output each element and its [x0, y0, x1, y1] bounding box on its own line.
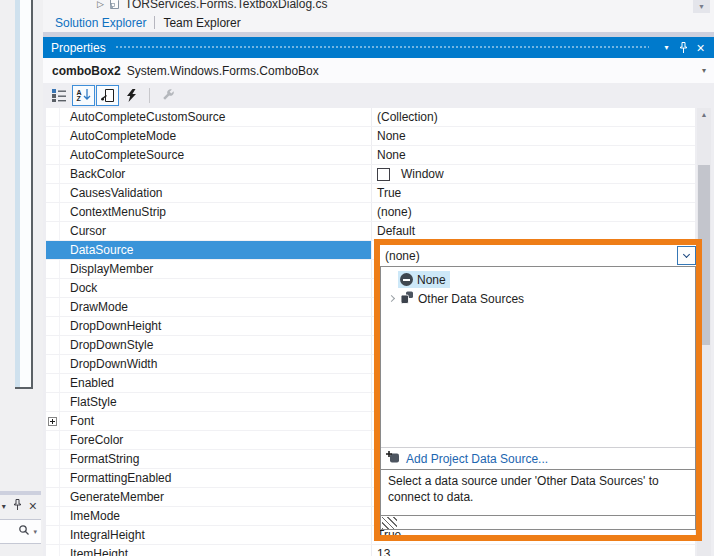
alphabetical-button[interactable]: AZ — [72, 85, 95, 106]
properties-title: Properties — [51, 41, 106, 55]
property-name: Enabled — [60, 374, 371, 392]
tree-item-other-data-sources[interactable]: Other Data Sources — [381, 289, 695, 308]
object-selector[interactable]: comboBox2 System.Windows.Forms.ComboBox … — [43, 58, 714, 83]
properties-titlebar: Properties ▾ × — [43, 37, 714, 58]
property-row[interactable]: ItemHeight 13 — [46, 545, 695, 556]
search-options-icon[interactable]: ▾ — [33, 528, 37, 536]
categorized-button[interactable] — [48, 85, 71, 106]
datasource-tree: None Other Data Sources — [381, 267, 695, 447]
property-name: GenerateMember — [60, 488, 371, 506]
property-name: AutoCompleteSource — [60, 146, 371, 164]
sort-az-icon: AZ — [76, 89, 90, 102]
solution-explorer-fragment: ▷ TORServices.Forms.TextboxDialog.cs ▼ S… — [43, 0, 714, 37]
properties-toolbar: AZ — [43, 83, 714, 108]
search-icon — [18, 524, 30, 539]
property-name: DrawMode — [60, 298, 371, 316]
property-row[interactable]: CausesValidation True — [46, 184, 695, 203]
property-value: (Collection) — [377, 108, 438, 126]
tree-item-label: Other Data Sources — [418, 292, 524, 306]
vs-screen: ▾ × ▾ ▷ TORServices.Forms.TextboxDialog.… — [0, 0, 714, 556]
datasource-dropdown-popup: None Other Data Sources Add Project Data… — [380, 266, 696, 530]
wrench-icon — [161, 89, 175, 102]
resize-grip[interactable] — [382, 517, 397, 529]
pin-icon[interactable] — [675, 39, 692, 56]
property-pages-button[interactable] — [156, 85, 179, 106]
csharp-file-icon — [109, 0, 120, 12]
property-name: FormattingEnabled — [60, 469, 371, 487]
highlight-border: (none) None Other Data Sources — [374, 239, 702, 541]
property-value: True — [377, 184, 401, 202]
property-value: None — [377, 146, 406, 164]
window-position-icon[interactable]: ▾ — [658, 39, 675, 56]
property-value: 13 — [377, 545, 390, 556]
property-name: DataSource — [60, 241, 371, 259]
toolwindow-titlebar-fragment: ▾ × — [0, 497, 40, 515]
property-name: DropDownHeight — [60, 317, 371, 335]
object-name: comboBox2 — [52, 64, 121, 78]
link-label: Add Project Data Source... — [406, 452, 548, 466]
property-help-text: Select a data source under 'Other Data S… — [381, 469, 695, 515]
property-name: ContextMenuStrip — [60, 203, 371, 221]
titlebar-grip — [115, 45, 649, 50]
property-name: AutoCompleteCustomSource — [60, 108, 371, 126]
datasource-value-cell[interactable]: (none) — [380, 245, 696, 266]
toolbar-separator — [149, 88, 150, 103]
add-project-data-source-link[interactable]: Add Project Data Source... — [381, 447, 695, 469]
close-icon[interactable]: × — [29, 500, 37, 512]
tree-item-file[interactable]: ▷ TORServices.Forms.TextboxDialog.cs — [43, 0, 690, 12]
scroll-up-icon[interactable]: ▲ — [697, 108, 711, 122]
color-swatch — [377, 168, 390, 181]
resize-grip-row — [381, 515, 695, 529]
tab-team-explorer[interactable]: Team Explorer — [155, 16, 248, 30]
properties-button[interactable] — [96, 85, 119, 106]
property-name: Cursor — [60, 222, 371, 240]
tree-item-none[interactable]: None — [381, 270, 695, 289]
property-name: FormatString — [60, 450, 371, 468]
property-value: (none) — [377, 203, 412, 221]
property-row[interactable]: AutoCompleteSource None — [46, 146, 695, 165]
property-name: DisplayMember — [60, 260, 371, 278]
form-designer-edge — [15, 0, 33, 389]
chevron-down-icon[interactable]: ▾ — [702, 66, 706, 75]
tree-item-label: None — [417, 273, 446, 287]
toolwindow-divider — [0, 491, 41, 495]
pin-icon[interactable] — [13, 499, 22, 514]
tab-solution-explorer[interactable]: Solution Explorer — [47, 16, 154, 30]
property-row[interactable]: ContextMenuStrip (none) — [46, 203, 695, 222]
property-row[interactable]: AutoCompleteCustomSource (Collection) — [46, 108, 695, 127]
property-name: DropDownWidth — [60, 355, 371, 373]
lightning-icon — [126, 89, 137, 102]
property-name: FlatStyle — [60, 393, 371, 411]
property-name: ImeMode — [60, 507, 371, 525]
property-name: AutoCompleteMode — [60, 127, 371, 145]
chevron-down-icon — [683, 251, 690, 258]
categorized-icon — [52, 89, 67, 102]
close-icon[interactable]: × — [692, 39, 709, 56]
object-type: System.Windows.Forms.ComboBox — [127, 64, 319, 78]
property-value: None — [377, 127, 406, 145]
window-position-icon[interactable]: ▾ — [2, 502, 6, 511]
scroll-down-icon[interactable]: ▼ — [693, 0, 710, 13]
property-name: ItemHeight — [60, 545, 371, 556]
property-row[interactable]: BackColor Window — [46, 165, 695, 184]
search-box-fragment[interactable]: ▾ — [0, 519, 41, 544]
property-value: Default — [377, 222, 415, 240]
tree-item-label: TORServices.Forms.TextboxDialog.cs — [125, 0, 328, 11]
property-name: BackColor — [60, 165, 371, 183]
datasource-dropdown-button[interactable] — [677, 246, 696, 265]
expand-box-icon[interactable] — [48, 417, 57, 426]
property-name: DropDownStyle — [60, 336, 371, 354]
property-name: ForeColor — [60, 431, 371, 449]
none-icon — [400, 273, 413, 286]
property-name: Font — [60, 412, 371, 430]
property-name: IntegralHeight — [60, 526, 371, 544]
events-button[interactable] — [120, 85, 143, 106]
add-database-icon — [386, 451, 400, 466]
database-icon — [400, 291, 414, 307]
property-row[interactable]: AutoCompleteMode None — [46, 127, 695, 146]
tree-expander-icon[interactable]: ▷ — [97, 0, 104, 9]
left-window-strip: ▾ × ▾ — [0, 0, 43, 556]
chevron-right-icon[interactable] — [388, 295, 395, 302]
datasource-value: (none) — [385, 249, 420, 263]
property-name: CausesValidation — [60, 184, 371, 202]
